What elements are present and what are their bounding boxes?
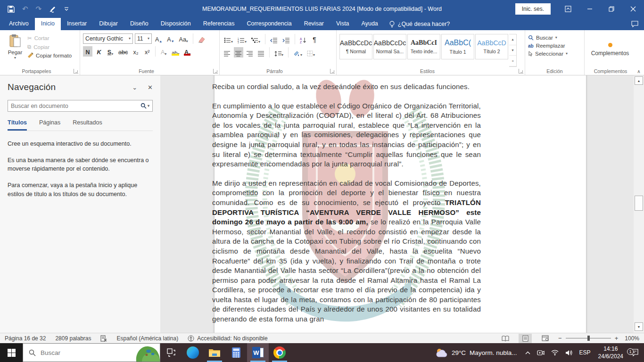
bold-button[interactable]: N — [83, 46, 92, 57]
sign-in-button[interactable]: Inic. ses. — [515, 3, 551, 15]
format-painter-button[interactable]: Copiar formato — [27, 52, 72, 58]
meet-now-icon[interactable] — [534, 350, 548, 356]
collapse-ribbon-icon[interactable]: ∧ — [637, 69, 640, 74]
tab-insertar[interactable]: Insertar — [61, 18, 93, 30]
tab-archivo[interactable]: Archivo — [3, 18, 35, 30]
align-right-button[interactable] — [245, 47, 255, 58]
grow-font-button[interactable]: A▲ — [154, 33, 164, 44]
select-button[interactable]: Seleccionar ▾ — [528, 51, 568, 57]
page-indicator[interactable]: Página 16 de 32 — [5, 335, 46, 342]
multilevel-list-button[interactable]: ▾ — [250, 34, 262, 44]
web-layout-button[interactable] — [538, 334, 552, 343]
change-case-button[interactable]: Aa▾ — [178, 33, 190, 44]
action-center-button[interactable]: 1 — [627, 349, 644, 356]
start-button[interactable] — [0, 343, 23, 362]
dialog-launcher-portapapeles[interactable] — [74, 69, 78, 74]
clear-formatting-button[interactable] — [197, 33, 207, 44]
zoom-in-icon[interactable]: + — [615, 335, 619, 342]
close-button[interactable] — [622, 0, 644, 18]
redo-icon[interactable]: ↷ — [36, 5, 42, 13]
ribbon-display-options-icon[interactable] — [557, 0, 579, 18]
calculator-app-icon[interactable] — [225, 343, 247, 362]
superscript-button[interactable]: x² — [142, 46, 152, 57]
document-search-box[interactable]: ▾ — [8, 100, 153, 112]
taskbar-search-box[interactable] — [23, 343, 160, 362]
scroll-up-icon[interactable]: ▲ — [635, 76, 643, 85]
file-explorer-app-icon[interactable] — [204, 343, 225, 362]
underline-button[interactable]: S▾ — [106, 46, 115, 57]
tab-ayuda[interactable]: Ayuda — [355, 18, 384, 30]
decrease-indent-button[interactable] — [269, 34, 279, 44]
chrome-app-icon[interactable] — [269, 343, 290, 362]
strikethrough-button[interactable]: abc — [117, 46, 129, 57]
tell-me-box[interactable]: ¿Qué desea hacer? — [384, 18, 455, 30]
tab-dibujar[interactable]: Dibujar — [93, 18, 124, 30]
weather-widget[interactable]: 29°C Mayorm. nubla... — [431, 348, 522, 357]
language-indicator[interactable]: Español (América latina) — [116, 335, 178, 342]
align-center-button[interactable] — [234, 47, 243, 58]
vertical-scrollbar[interactable]: ∧ ▲ ▼ — [634, 75, 644, 333]
copy-button[interactable]: ⧉ Copiar — [27, 44, 72, 50]
style-texto-inde[interactable]: AaBbCcI Texto inde... — [407, 34, 440, 59]
document-search-input[interactable] — [11, 103, 140, 109]
font-size-combo[interactable]: 11▾ — [135, 33, 152, 44]
restore-button[interactable] — [601, 0, 622, 18]
word-count[interactable]: 2809 palabras — [55, 335, 91, 342]
styles-gallery-more-icon[interactable]: ≡ — [509, 56, 516, 66]
dialog-launcher-parrafo[interactable] — [330, 69, 335, 74]
keyboard-language[interactable]: ESP — [576, 349, 594, 356]
line-spacing-button[interactable]: ▾ — [273, 47, 285, 58]
dialog-launcher-estilos[interactable] — [519, 69, 523, 74]
nav-tab-resultados[interactable]: Resultados — [73, 119, 102, 131]
tab-referencias[interactable]: Referencias — [197, 18, 241, 30]
tab-correspondencia[interactable]: Correspondencia — [240, 18, 297, 30]
zoom-thumb[interactable] — [587, 336, 590, 341]
numbering-button[interactable]: 123 ▾ — [236, 34, 248, 44]
document-text[interactable]: Reciba un cordial saludo, a la vez deseá… — [212, 82, 481, 333]
zoom-slider[interactable]: − + — [558, 335, 618, 342]
nav-tab-titulos[interactable]: Títulos — [8, 119, 27, 131]
justify-button[interactable] — [256, 47, 266, 58]
style-normal[interactable]: AaBbCcDc ¶ Normal — [339, 34, 372, 59]
zoom-out-icon[interactable]: − — [558, 335, 562, 342]
edge-app-icon[interactable] — [182, 343, 204, 362]
nav-pane-close-icon[interactable]: ✕ — [148, 84, 153, 91]
text-effects-button[interactable]: A▾ — [159, 46, 168, 57]
search-highlight-image[interactable] — [132, 344, 160, 362]
minimize-button[interactable] — [579, 0, 601, 18]
dialog-launcher-fuente[interactable] — [213, 69, 218, 74]
tab-vista[interactable]: Vista — [330, 18, 355, 30]
accessibility-status[interactable]: Accesibilidad: No disponible — [188, 335, 267, 342]
tab-diseno[interactable]: Diseño — [124, 18, 155, 30]
task-view-button[interactable] — [160, 343, 182, 362]
undo-icon[interactable]: ↶ — [22, 5, 28, 13]
borders-button[interactable]: ▾ — [305, 47, 316, 58]
align-left-button[interactable] — [223, 47, 232, 58]
zoom-track[interactable] — [566, 338, 611, 338]
shading-button[interactable]: ▾ — [292, 47, 304, 58]
font-name-combo[interactable]: Century Gothic▾ — [83, 33, 133, 44]
save-icon[interactable] — [8, 6, 15, 13]
font-color-button[interactable]: A▾ — [182, 46, 192, 57]
read-mode-button[interactable] — [499, 334, 512, 343]
tab-inicio[interactable]: Inicio — [35, 18, 61, 30]
wifi-icon[interactable] — [548, 350, 562, 355]
cut-button[interactable]: ✂ Cortar — [27, 35, 72, 41]
touch-mode-icon[interactable] — [49, 5, 57, 13]
increase-indent-button[interactable] — [281, 34, 291, 44]
highlight-button[interactable]: ab▾ — [170, 46, 181, 57]
nav-pane-options-icon[interactable]: ⌄ — [132, 84, 137, 91]
nav-tab-paginas[interactable]: Páginas — [39, 119, 60, 131]
comments-icon[interactable] — [625, 18, 644, 30]
nav-search-icon[interactable]: ▾ — [140, 103, 149, 109]
show-marks-button[interactable]: ¶ — [310, 34, 319, 44]
tab-disposicion[interactable]: Disposición — [155, 18, 197, 30]
tray-overflow-chevron-icon[interactable] — [522, 351, 534, 354]
scrollbar-thumb[interactable] — [635, 196, 643, 211]
sort-button[interactable]: AZ — [298, 34, 308, 44]
scroll-down-icon[interactable]: ▼ — [635, 322, 643, 331]
replace-button[interactable]: ab Reemplazar — [528, 43, 568, 49]
paste-button[interactable]: Pegar ▾ — [3, 32, 27, 67]
style-titulo-1[interactable]: AaBbC( Título 1 — [441, 34, 474, 59]
clock[interactable]: 14:16 24/6/2024 — [594, 345, 627, 360]
